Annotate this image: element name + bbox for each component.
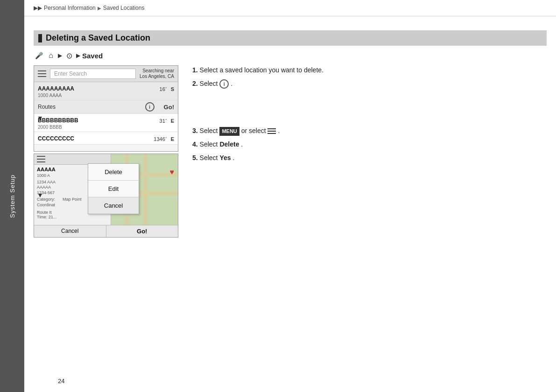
location-text: Searching near Los Angeles, CA	[140, 68, 174, 79]
screen1-header: Enter Search Searching near Los Angeles,…	[34, 66, 178, 82]
cancel-bar-button[interactable]: Cancel	[34, 225, 106, 237]
hamburger-icon2	[37, 156, 45, 162]
section-title: Deleting a Saved Location	[46, 33, 150, 43]
page-number: 24	[58, 378, 64, 385]
list-item-c[interactable]: CCCCCCCCC 1346ʻ E	[34, 132, 178, 145]
svg-rect-1	[267, 131, 276, 132]
item-b-sub: 2000 BBBB	[38, 125, 174, 130]
item-b-distance: 31ʻ E	[160, 117, 174, 124]
breadcrumb-arrow2: ▶	[98, 6, 101, 11]
breadcrumb: ▶▶ Personal Information ▶ Saved Location…	[24, 0, 556, 16]
sidebar: System Setup	[0, 0, 24, 392]
search-box: Enter Search	[50, 69, 136, 79]
sidebar-label: System Setup	[9, 175, 16, 218]
routes-button[interactable]: Routes	[38, 104, 136, 110]
go-button[interactable]: Go!	[164, 104, 174, 111]
item-a-distance: 16ʻ S	[160, 85, 174, 92]
menu-badge: MENU	[219, 127, 239, 136]
delete-option[interactable]: Delete	[88, 164, 139, 181]
go-bar-button[interactable]: Go!	[106, 225, 178, 237]
section-title-bar: Deleting a Saved Location	[34, 30, 547, 46]
svg-rect-2	[267, 133, 276, 134]
main-content: ▶▶ Personal Information ▶ Saved Location…	[24, 0, 556, 392]
delete-bold: Delete	[219, 140, 239, 148]
item-c-name: CCCCCCCCC	[38, 135, 74, 142]
step2: 2. Select i .	[192, 79, 547, 89]
phone-icon: 🎤	[34, 50, 44, 61]
breadcrumb-item1: Personal Information	[44, 5, 96, 11]
content-area: Enter Search Searching near Los Angeles,…	[34, 65, 547, 238]
item-b-name: BBBBBBBBBB	[38, 117, 78, 124]
heart-icon: ♥	[170, 168, 175, 176]
screen2: AAAAA 1000 A 1234 AAAAAAAA1234-567 Categ…	[34, 154, 178, 238]
icon-arrow2: ▶	[76, 52, 80, 59]
down-arrow: ▼	[37, 114, 43, 122]
step4: 4. Select Delete .	[192, 140, 547, 149]
list-item-a[interactable]: AAAAAAAAA 16ʻ S 1000 AAAA	[34, 82, 178, 100]
breadcrumb-item2: Saved Locations	[103, 5, 145, 11]
item-a-sub: 1000 AAAA	[38, 93, 174, 98]
item-c-distance: 1346ʻ E	[154, 135, 174, 142]
yes-bold: Yes	[219, 154, 231, 161]
down-arrow2: ▼	[37, 191, 43, 199]
step3: 3. Select MENU or select .	[192, 126, 547, 136]
screenshots-column: Enter Search Searching near Los Angeles,…	[34, 65, 178, 238]
step5: 5. Select Yes .	[192, 153, 547, 163]
circle-icon: ⊙	[64, 50, 74, 61]
screen1: Enter Search Searching near Los Angeles,…	[34, 65, 178, 152]
list-item-b[interactable]: BBBBBBBBBB 31ʻ E 2000 BBBB	[34, 114, 178, 132]
item-a-name: AAAAAAAAA	[38, 85, 74, 92]
cancel-option[interactable]: Cancel	[88, 197, 139, 214]
expanded-row: Routes i Go!	[34, 100, 178, 114]
home-icon: ⌂	[46, 50, 56, 61]
step1: 1. Select a saved location you want to d…	[192, 65, 547, 75]
info-icon-step2: i	[219, 79, 229, 89]
popup-menu: Delete Edit Cancel	[88, 163, 139, 214]
instructions: 1. Select a saved location you want to d…	[192, 65, 547, 238]
edit-option[interactable]: Edit	[88, 181, 139, 197]
list-icon-step3	[267, 128, 276, 134]
breadcrumb-arrows: ▶▶	[34, 5, 42, 11]
svg-rect-0	[267, 128, 276, 129]
icon-row: 🎤 ⌂ ▶ ⊙ ▶ Saved	[34, 50, 547, 61]
hamburger-icon	[38, 70, 46, 77]
saved-label: Saved	[82, 52, 103, 60]
screen2-bottom: Cancel Go!	[34, 225, 178, 237]
info-circle[interactable]: i	[145, 102, 155, 112]
title-decoration	[38, 34, 42, 42]
icon-arrow1: ▶	[58, 52, 62, 59]
